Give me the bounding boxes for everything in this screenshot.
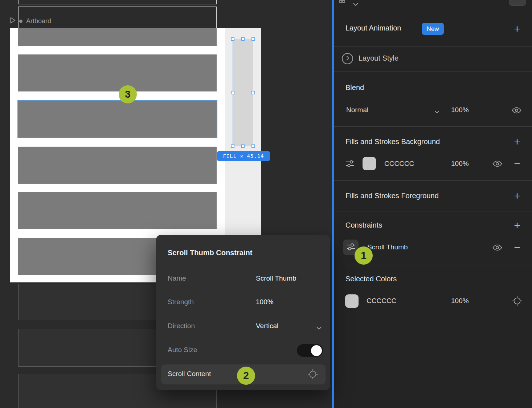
tune-icon[interactable] bbox=[345, 159, 355, 170]
new-badge: New bbox=[422, 23, 444, 35]
direction-label: Direction bbox=[168, 322, 195, 330]
blend-mode-dropdown[interactable]: Normal bbox=[346, 106, 368, 114]
eye-icon[interactable] bbox=[492, 244, 502, 252]
fill-size-tooltip: FILL × 45.14 bbox=[217, 151, 270, 161]
fills-background-title: Fills and Strokes Background bbox=[345, 138, 440, 146]
list-item-1[interactable] bbox=[18, 28, 217, 46]
selected-color-hex-field[interactable]: CCCCCC bbox=[367, 297, 396, 305]
target-picker-icon[interactable] bbox=[512, 295, 523, 308]
resize-handle-bottom-right[interactable] bbox=[251, 144, 255, 148]
add-foreground-fill-button[interactable]: + bbox=[511, 189, 524, 203]
auto-size-toggle[interactable] bbox=[297, 344, 323, 357]
toggle-knob bbox=[311, 345, 322, 356]
chevron-right-icon bbox=[346, 56, 349, 62]
background-opacity-field[interactable]: 100% bbox=[451, 160, 469, 168]
eye-icon[interactable] bbox=[512, 107, 521, 115]
blend-opacity-field[interactable]: 100% bbox=[451, 106, 469, 114]
name-value-field[interactable]: Scroll Thumb bbox=[256, 274, 296, 282]
list-item-5[interactable] bbox=[18, 192, 217, 229]
add-background-fill-button[interactable]: + bbox=[511, 135, 524, 148]
chevron-down-icon[interactable] bbox=[316, 325, 322, 331]
constraint-item-label[interactable]: Scroll Thumb bbox=[367, 243, 408, 251]
scroll-content-label: Scroll Content bbox=[168, 370, 211, 378]
add-constraint-button[interactable]: + bbox=[511, 219, 524, 232]
annotation-badge-1: 1 bbox=[355, 246, 373, 265]
target-picker-icon[interactable] bbox=[307, 369, 318, 381]
section-divider bbox=[334, 71, 532, 72]
section-divider bbox=[334, 11, 532, 11]
section-divider bbox=[334, 180, 532, 181]
resize-handle-bottom-left[interactable] bbox=[231, 144, 234, 148]
annotation-badge-2: 2 bbox=[237, 367, 255, 385]
section-divider bbox=[334, 212, 532, 212]
play-icon bbox=[10, 17, 16, 25]
canvas: Artboard 3 FIL bbox=[0, 0, 332, 408]
resize-handle-middle-left[interactable] bbox=[231, 91, 234, 94]
scroll-thumb-constraint-dialog: Scroll Thumb Constraint Name Scroll Thum… bbox=[156, 235, 330, 390]
resize-handle-middle-right[interactable] bbox=[251, 91, 255, 94]
fills-foreground-title: Fills and Strokes Foreground bbox=[345, 192, 439, 200]
resize-handle-bottom-center[interactable] bbox=[241, 144, 245, 148]
selected-colors-title: Selected Colors bbox=[345, 275, 397, 283]
add-layout-animation-button[interactable]: + bbox=[511, 23, 524, 36]
inspector-panel: Layout Animation New + Layout Style Blen… bbox=[334, 0, 532, 408]
eye-icon[interactable] bbox=[492, 160, 502, 168]
direction-dropdown[interactable]: Vertical bbox=[256, 322, 278, 330]
list-item-4[interactable] bbox=[18, 147, 217, 184]
resize-handle-top-left[interactable] bbox=[231, 37, 234, 41]
design-app-window: Artboard 3 FIL bbox=[0, 0, 532, 408]
layout-animation-title: Layout Animation bbox=[345, 24, 401, 32]
remove-constraint-button[interactable]: − bbox=[511, 241, 524, 254]
section-divider bbox=[334, 126, 532, 127]
panel-header-button[interactable] bbox=[509, 0, 526, 6]
constraints-section-title: Constraints bbox=[345, 221, 382, 229]
panel-resize-divider[interactable] bbox=[332, 0, 334, 408]
tune-icon bbox=[346, 242, 356, 253]
remove-background-fill-button[interactable]: − bbox=[511, 157, 524, 170]
chevron-down-icon[interactable] bbox=[353, 1, 358, 7]
name-label: Name bbox=[168, 274, 186, 282]
strength-label: Strength bbox=[168, 298, 194, 306]
blend-section-title: Blend bbox=[345, 83, 364, 92]
grid-icon[interactable] bbox=[339, 0, 345, 4]
auto-size-label: Auto Size bbox=[168, 346, 197, 354]
strength-value-field[interactable]: 100% bbox=[256, 298, 274, 306]
selected-color-swatch[interactable] bbox=[345, 294, 359, 308]
list-item-outline-offscreen[interactable] bbox=[18, 0, 217, 4]
chevron-down-icon[interactable] bbox=[434, 108, 439, 115]
annotation-badge-3: 3 bbox=[119, 85, 137, 103]
resize-handle-top-right[interactable] bbox=[251, 37, 255, 41]
dialog-title: Scroll Thumb Constraint bbox=[168, 249, 252, 257]
section-divider bbox=[334, 265, 532, 265]
background-color-swatch[interactable] bbox=[363, 157, 376, 170]
layout-style-title[interactable]: Layout Style bbox=[359, 54, 398, 62]
resize-handle-top-center[interactable] bbox=[241, 37, 245, 41]
selected-color-opacity-field[interactable]: 100% bbox=[451, 297, 469, 305]
layout-style-expand-button[interactable] bbox=[342, 53, 353, 64]
list-item-2[interactable] bbox=[18, 54, 217, 91]
list-item-3-selected[interactable] bbox=[17, 100, 217, 138]
section-divider bbox=[334, 46, 532, 47]
background-color-hex-field[interactable]: CCCCCC bbox=[384, 160, 414, 168]
scroll-thumb-shape[interactable] bbox=[233, 39, 253, 146]
